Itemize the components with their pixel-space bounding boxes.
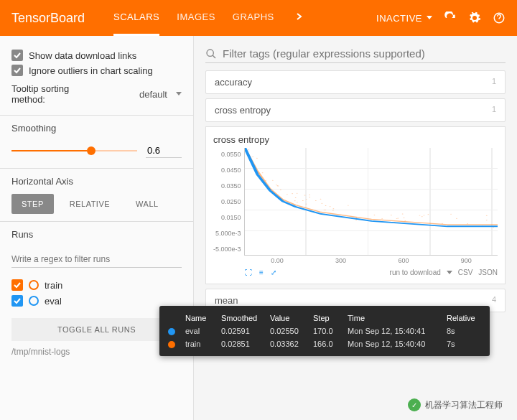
svg-point-32 [309, 197, 310, 197]
header-right: INACTIVE [376, 11, 506, 24]
svg-point-37 [265, 180, 266, 181]
svg-point-18 [347, 205, 348, 206]
svg-point-30 [275, 185, 276, 185]
radio-icon[interactable] [29, 280, 39, 290]
sidebar: Show data download links Ignore outliers… [0, 36, 194, 420]
svg-point-13 [427, 214, 429, 215]
svg-point-1 [207, 50, 213, 56]
toggle-runs-button[interactable]: TOGGLE ALL RUNS [11, 318, 182, 341]
series-dot-icon [168, 341, 175, 348]
card-accuracy[interactable]: accuracy1 [205, 70, 506, 94]
tab-scalars[interactable]: SCALARS [113, 0, 159, 36]
svg-point-49 [296, 202, 297, 202]
svg-point-29 [441, 223, 442, 224]
csv-link[interactable]: CSV [458, 269, 473, 276]
tag-search-input[interactable] [223, 47, 506, 60]
axis-wall-button[interactable]: WALL [126, 194, 169, 214]
runs-filter-input[interactable] [11, 251, 182, 268]
svg-point-4 [248, 149, 249, 150]
series-dot-icon [168, 328, 175, 335]
search-icon [205, 48, 217, 60]
svg-point-15 [329, 206, 330, 207]
svg-point-17 [493, 227, 494, 228]
svg-point-51 [256, 158, 257, 159]
fullscreen-icon[interactable]: ⤢ [271, 269, 276, 276]
svg-point-48 [373, 215, 375, 215]
haxis-label: Horizontal Axis [11, 176, 182, 187]
svg-point-35 [423, 215, 424, 215]
svg-point-19 [304, 195, 305, 196]
svg-point-46 [305, 199, 307, 200]
watermark: ✓机器学习算法工程师 [408, 398, 503, 411]
chart-toolbar: ⛶ ≡ ⤢ run to download CSV JSON [245, 269, 498, 276]
run-train[interactable]: train [11, 279, 182, 291]
json-link[interactable]: JSON [478, 269, 498, 276]
wechat-icon: ✓ [408, 398, 421, 411]
svg-point-9 [279, 190, 281, 190]
inactive-label: INACTIVE [376, 13, 422, 24]
gear-icon[interactable] [468, 11, 481, 24]
inactive-dropdown[interactable]: INACTIVE [376, 13, 432, 24]
runs-label: Runs [11, 229, 182, 240]
svg-point-61 [419, 215, 420, 216]
tooltip-sort-label: Tooltip sorting method: [11, 83, 83, 105]
plot-area[interactable] [244, 148, 498, 256]
tooltip-row: train0.028510.03362166.0Mon Sep 12, 15:4… [168, 337, 481, 350]
help-icon[interactable] [493, 11, 506, 24]
card-title: accuracy [215, 77, 252, 88]
svg-point-59 [315, 200, 316, 201]
svg-point-53 [276, 185, 278, 186]
svg-point-23 [271, 180, 273, 181]
axis-step-button[interactable]: STEP [11, 194, 54, 214]
axis-relative-button[interactable]: RELATIVE [60, 194, 120, 214]
card-cross-entropy[interactable]: cross entropy1 [205, 98, 506, 122]
svg-point-44 [261, 172, 263, 173]
x-ticks: 0.00300600900 [245, 257, 498, 264]
run-label: eval [45, 296, 62, 307]
svg-point-36 [403, 218, 404, 218]
tooltip-sort-select[interactable]: default [139, 89, 182, 100]
svg-point-41 [390, 215, 391, 215]
run-download-select[interactable]: run to download [390, 269, 441, 276]
app-title: TensorBoard [11, 11, 85, 26]
expand-icon[interactable]: ⛶ [245, 269, 252, 276]
svg-point-58 [355, 218, 357, 218]
svg-point-14 [309, 195, 310, 195]
chart-title: cross entropy [213, 134, 498, 145]
tag-search[interactable] [205, 45, 506, 63]
svg-point-47 [404, 220, 406, 221]
smoothing-slider[interactable] [11, 150, 137, 151]
run-label: train [45, 280, 62, 291]
card-title: mean [215, 295, 238, 306]
svg-point-57 [305, 204, 307, 205]
svg-point-34 [292, 193, 293, 194]
svg-point-26 [332, 210, 333, 211]
tab-images[interactable]: IMAGES [177, 0, 215, 36]
list-icon[interactable]: ≡ [259, 269, 264, 276]
svg-point-42 [323, 210, 325, 210]
main-panel: accuracy1 cross entropy1 cross entropy 0… [194, 36, 517, 420]
ignore-outliers-checkbox[interactable]: Ignore outliers in chart scaling [11, 65, 182, 76]
refresh-icon[interactable] [444, 11, 457, 24]
show-download-checkbox[interactable]: Show data download links [11, 50, 182, 61]
app-header: TensorBoard SCALARS IMAGES GRAPHS INACTI… [0, 0, 517, 36]
svg-point-43 [294, 197, 296, 198]
svg-point-6 [450, 214, 452, 215]
svg-point-60 [467, 223, 468, 224]
tooltip-sort-value: default [139, 89, 167, 100]
run-eval[interactable]: eval [11, 295, 182, 307]
tooltip-row: eval0.025910.02550170.0Mon Sep 12, 15:40… [168, 325, 481, 337]
svg-point-33 [296, 193, 297, 194]
y-ticks: 0.05500.04500.03500.02500.01505.000e-3-5… [213, 148, 244, 256]
smoothing-input[interactable] [146, 144, 182, 158]
svg-point-8 [302, 200, 303, 201]
svg-point-10 [332, 208, 334, 209]
logdir-path: /tmp/mnist-logs [11, 347, 182, 357]
svg-point-31 [455, 218, 457, 219]
chart-cross-entropy: cross entropy 0.05500.04500.03500.02500.… [205, 126, 506, 284]
svg-point-52 [485, 220, 487, 220]
radio-icon[interactable] [29, 296, 39, 306]
svg-point-25 [325, 205, 326, 206]
tab-graphs[interactable]: GRAPHS [233, 0, 274, 36]
chevron-right-icon[interactable] [292, 0, 307, 36]
